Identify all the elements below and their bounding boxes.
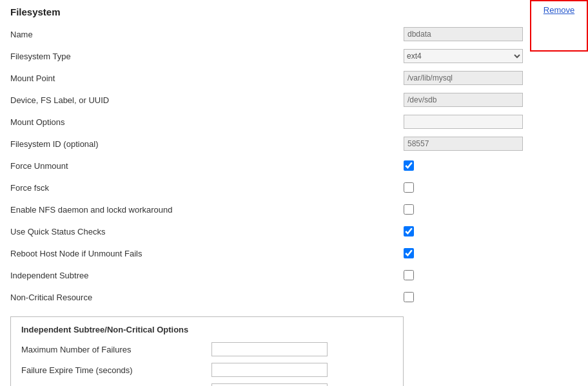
device-row: Device, FS Label, or UUID bbox=[10, 92, 578, 108]
filesystem-type-select[interactable]: ext4 ext3 ext2 xfs btrfs nfs bbox=[404, 49, 523, 63]
max-restarts-row: Maximum Number of Restarts bbox=[21, 383, 393, 386]
section-title: Filesystem bbox=[10, 6, 578, 17]
subtree-legend: Independent Subtree/Non-Critical Options bbox=[21, 325, 393, 334]
mount-point-label: Mount Point bbox=[10, 73, 404, 83]
force-fsck-checkbox[interactable] bbox=[404, 182, 414, 193]
max-failures-input[interactable] bbox=[211, 342, 328, 356]
name-label: Name bbox=[10, 30, 404, 39]
max-failures-row: Maximum Number of Failures bbox=[21, 342, 393, 356]
remove-button-area: Remove bbox=[530, 0, 588, 52]
quick-status-label: Use Quick Status Checks bbox=[10, 227, 404, 236]
independent-subtree-label: Independent Subtree bbox=[10, 271, 404, 280]
failure-expire-input[interactable] bbox=[211, 363, 328, 377]
independent-subtree-row: Independent Subtree bbox=[10, 267, 578, 283]
filesystem-id-input[interactable] bbox=[404, 137, 523, 151]
enable-nfs-label: Enable NFS daemon and lockd workaround bbox=[10, 205, 404, 215]
device-label: Device, FS Label, or UUID bbox=[10, 95, 404, 105]
main-content: Filesystem Name Filesystem Type ext4 ext… bbox=[0, 0, 588, 386]
enable-nfs-row: Enable NFS daemon and lockd workaround bbox=[10, 202, 578, 217]
filesystem-type-row: Filesystem Type ext4 ext3 ext2 xfs btrfs… bbox=[10, 48, 578, 64]
force-unmount-row: Force Unmount bbox=[10, 158, 578, 173]
mount-options-row: Mount Options bbox=[10, 114, 578, 130]
non-critical-checkbox[interactable] bbox=[404, 292, 414, 302]
device-input[interactable] bbox=[404, 93, 523, 107]
reboot-host-checkbox[interactable] bbox=[404, 248, 414, 258]
page-container: Remove Filesystem Name Filesystem Type e… bbox=[0, 0, 588, 386]
mount-options-label: Mount Options bbox=[10, 117, 404, 127]
independent-subtree-checkbox[interactable] bbox=[404, 270, 414, 280]
filesystem-id-label: Filesystem ID (optional) bbox=[10, 139, 404, 149]
reboot-host-label: Reboot Host Node if Unmount Fails bbox=[10, 249, 404, 258]
enable-nfs-checkbox[interactable] bbox=[404, 204, 414, 215]
force-fsck-label: Force fsck bbox=[10, 183, 404, 193]
non-critical-label: Non-Critical Resource bbox=[10, 293, 404, 302]
name-input[interactable] bbox=[404, 27, 523, 41]
max-restarts-input[interactable] bbox=[211, 383, 328, 386]
failure-expire-row: Failure Expire Time (seconds) bbox=[21, 363, 393, 377]
subtree-section: Independent Subtree/Non-Critical Options… bbox=[10, 316, 404, 386]
filesystem-id-row: Filesystem ID (optional) bbox=[10, 136, 578, 151]
filesystem-type-label: Filesystem Type bbox=[10, 52, 404, 61]
mount-point-input[interactable] bbox=[404, 71, 523, 85]
quick-status-checkbox[interactable] bbox=[404, 226, 414, 236]
non-critical-row: Non-Critical Resource bbox=[10, 289, 578, 305]
reboot-host-row: Reboot Host Node if Unmount Fails bbox=[10, 246, 578, 261]
mount-point-row: Mount Point bbox=[10, 70, 578, 86]
force-unmount-checkbox[interactable] bbox=[404, 160, 414, 171]
name-row: Name bbox=[10, 26, 578, 42]
quick-status-row: Use Quick Status Checks bbox=[10, 224, 578, 239]
mount-options-input[interactable] bbox=[404, 115, 523, 129]
force-unmount-label: Force Unmount bbox=[10, 161, 404, 171]
failure-expire-label: Failure Expire Time (seconds) bbox=[21, 365, 211, 375]
max-failures-label: Maximum Number of Failures bbox=[21, 345, 211, 354]
remove-button[interactable]: Remove bbox=[544, 5, 574, 15]
force-fsck-row: Force fsck bbox=[10, 180, 578, 195]
